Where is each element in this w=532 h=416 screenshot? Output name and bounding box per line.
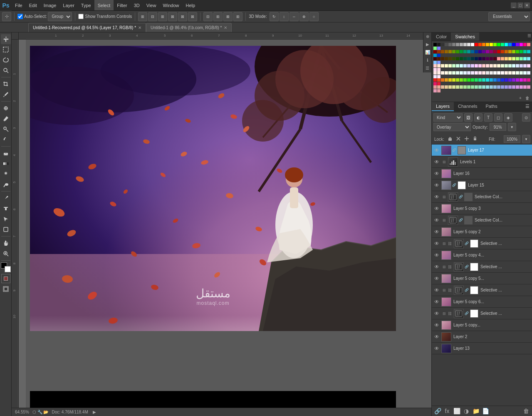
swatch-extra-1-10[interactable] [471,85,474,89]
channels-tab[interactable]: Channels [454,102,481,111]
close-button[interactable]: ✕ [524,2,530,8]
delete-swatch-btn[interactable]: 🗑 [525,95,530,101]
swatch-#4d0033[interactable] [490,57,493,60]
swatch-extra-1-26[interactable] [433,89,437,92]
swatch-extra-1-23[interactable] [520,85,523,89]
filter-shape-btn[interactable]: ◻ [494,113,502,122]
swatch-#ff00ff[interactable] [520,43,523,46]
foreground-background-colors[interactable] [1,262,11,272]
layer-item-14[interactable]: 👁⊞⛓🔗Selective ... [432,308,532,319]
menu-image[interactable]: Image [40,0,60,10]
swatch-#f8f8f8[interactable] [493,71,497,75]
swatch-#1a1a1a[interactable] [437,43,440,46]
swatch-#d9ffd9[interactable] [505,64,508,67]
gradient-tool[interactable] [1,159,11,169]
swatch-#e8ffff[interactable] [523,71,527,75]
swatch-extra-1-9[interactable] [467,85,470,89]
canvas-content[interactable]: مستقل mostaql.com [26,40,431,408]
minimize-button[interactable]: _ [511,2,517,8]
swatch-extra-0-13[interactable] [482,78,485,82]
swatch-#ff9999[interactable] [497,57,500,60]
swatch-#cccccc[interactable] [463,43,467,46]
swatch-#e6fff3[interactable] [456,71,459,75]
swatch-#e8f0ff[interactable] [527,71,530,75]
swatch-#00ffff[interactable] [505,43,508,46]
filter-pixel-btn[interactable]: 🖼 [464,113,473,122]
layer-eye-1[interactable]: 👁 [433,159,440,165]
swatch-extra-1-24[interactable] [523,85,527,89]
swatch-#ccffcc[interactable] [452,64,455,67]
swatch-#80eeff[interactable] [527,57,530,60]
layer-eye-13[interactable]: 👁 [433,299,440,305]
swatch-#fffbd9[interactable] [497,64,500,67]
swatch-extra-1-20[interactable] [508,85,512,89]
swatch-#4d004d[interactable] [486,57,489,60]
swatch-#ffede6[interactable] [437,71,440,75]
layer-item-8[interactable]: 👁⊞⛓🔗Selective ... [432,238,532,249]
swatch-extra-0-1[interactable] [437,78,440,82]
swatch-#fff1d9[interactable] [493,64,497,67]
swatch-#80ff80[interactable] [433,47,437,50]
swatch-#990099[interactable] [486,50,489,53]
paths-tab[interactable]: Paths [482,102,502,111]
color-panel-menu[interactable]: ☰ [526,32,532,38]
swatch-#ff0080[interactable] [523,43,527,46]
swatch-#0099cc[interactable] [433,54,437,57]
distribute-h-icon[interactable]: ⊟ [203,12,213,21]
lock-transparent-btn[interactable] [447,135,453,143]
layer-eye-9[interactable]: 👁 [433,252,440,258]
swatch-#e5ccff[interactable] [471,64,474,67]
mini-tool-2[interactable]: ▶ [424,42,431,49]
filter-toggle-btn[interactable]: ⊙ [522,113,530,122]
swatch-#334d00[interactable] [452,57,455,60]
layer-eye-11[interactable]: 👁 [433,276,440,281]
swatch-#ffb380[interactable] [501,57,504,60]
layer-mask-btn[interactable]: ⬜ [453,407,461,415]
swatch-#e8fff0[interactable] [520,71,523,75]
swatch-extra-0-15[interactable] [490,78,493,82]
swatch-#fff8f8[interactable] [501,71,504,75]
maximize-button[interactable]: □ [517,2,523,8]
swatch-#330099[interactable] [478,50,482,53]
swatch-extra-1-16[interactable] [493,85,497,89]
layer-item-7[interactable]: 👁Layer 5 copy 2 [432,226,532,238]
swatch-#e6ffe6[interactable] [452,71,455,75]
swatch-extra-0-11[interactable] [475,78,478,82]
status-arrow[interactable]: ▶ [93,410,96,414]
swatch-extra-0-20[interactable] [508,78,512,82]
swatch-#ff8000[interactable] [482,43,485,46]
rect-marquee-tool[interactable] [1,45,11,55]
menu-help[interactable]: Help [183,0,199,10]
swatch-#0000ff[interactable] [512,43,515,46]
filter-type-btn[interactable]: T [484,113,492,122]
swatch-#ffd280[interactable] [505,57,508,60]
swatch-#990033[interactable] [493,50,497,53]
link-icon-4[interactable]: 🔗 [459,195,463,199]
layer-eye-15[interactable]: 👁 [433,322,440,328]
lock-image-btn[interactable] [455,135,462,143]
menu-layer[interactable]: Layer [59,0,78,10]
swatch-#b3b3b3[interactable] [460,43,463,46]
swatch-#ffe5cc[interactable] [437,64,440,67]
swatch-#ff0000[interactable] [475,43,478,46]
swatch-extra-0-21[interactable] [512,78,515,82]
swatch-extra-0-5[interactable] [452,78,455,82]
swatch-#994c00[interactable] [441,50,444,53]
mini-tool-1[interactable]: ⊕ [424,34,431,41]
swatch-#d9ffe8[interactable] [508,64,512,67]
swatch-#ccccff[interactable] [467,64,470,67]
swatch-#ffe8ff[interactable] [437,75,440,78]
layer-item-17[interactable]: 👁Layer 13 [432,343,532,354]
swatch-#669900[interactable] [452,50,455,53]
swatch-#999999[interactable] [456,43,459,46]
layer-item-16[interactable]: 👁Layer 2 [432,331,532,343]
swatch-#4d0019[interactable] [493,57,497,60]
swatch-#cc3300[interactable] [501,50,504,53]
layer-eye-8[interactable]: 👁 [433,241,440,247]
swatch-#d9e8ff[interactable] [516,64,519,67]
swatch-#33cc00[interactable] [516,50,519,53]
hand-tool[interactable] [1,238,11,248]
dodge-tool[interactable] [1,179,11,189]
swatch-#009933[interactable] [460,50,463,53]
layer-eye-14[interactable]: 👁 [433,311,440,316]
